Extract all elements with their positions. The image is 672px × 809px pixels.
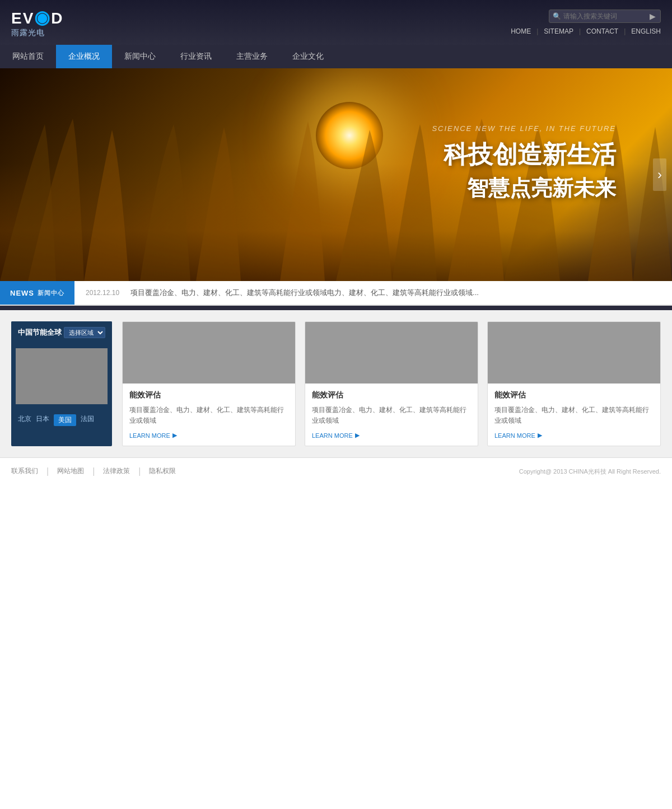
- news-date: 2012.12.10: [86, 289, 119, 297]
- header: EV◉D 雨露光电 🔍 ▶ HOME | SITEMAP | CONTACT |…: [0, 0, 672, 45]
- card-1-body: 能效评估 项目覆盖冶金、电力、建材、化工、建筑等高耗能行业或领域 LEARN M…: [123, 384, 295, 446]
- widget-tags: 北京 日本 美国 法国: [11, 409, 112, 432]
- hero-sub-title: SCIENCE NEW THE LIFE, IN THE FUTURE: [432, 124, 616, 133]
- card-2-title: 能效评估: [312, 390, 471, 400]
- card-3: 能效评估 项目覆盖冶金、电力、建材、化工、建筑等高耗能行业或领域 LEARN M…: [487, 321, 661, 446]
- hero-next-button[interactable]: ›: [653, 158, 666, 191]
- card-1: 能效评估 项目覆盖冶金、电力、建材、化工、建筑等高耗能行业或领域 LEARN M…: [122, 321, 296, 446]
- widget-header: 中国节能全球 选择区域: [11, 321, 112, 344]
- news-bar-content: 2012.12.10 项目覆盖冶金、电力、建材、化工、建筑等高耗能行业或领域电力…: [74, 288, 672, 298]
- search-icon: 🔍: [553, 12, 561, 20]
- footer-link-privacy[interactable]: 隐私权限: [149, 466, 176, 476]
- widget-tag-usa[interactable]: 美国: [54, 414, 76, 426]
- content-section: 中国节能全球 选择区域 北京 日本 美国 法国 能效评估 项目覆盖冶金、电力、建…: [0, 310, 672, 457]
- nav-item-news[interactable]: 新闻中心: [112, 45, 168, 68]
- top-nav-english[interactable]: ENGLISH: [631, 27, 661, 35]
- top-nav: HOME | SITEMAP | CONTACT | ENGLISH: [511, 27, 661, 35]
- card-2-image: [305, 322, 478, 384]
- hero-banner: SCIENCE NEW THE LIFE, IN THE FUTURE 科技创造…: [0, 68, 672, 281]
- widget-tag-beijing[interactable]: 北京: [18, 414, 31, 426]
- left-widget: 中国节能全球 选择区域 北京 日本 美国 法国: [11, 321, 112, 446]
- news-bar: NEWS 新闻中心 2012.12.10 项目覆盖冶金、电力、建材、化工、建筑等…: [0, 281, 672, 306]
- nav-item-overview[interactable]: 企业概况: [56, 45, 112, 68]
- card-2: 能效评估 项目覆盖冶金、电力、建材、化工、建筑等高耗能行业或领域 LEARN M…: [305, 321, 478, 446]
- main-nav: 网站首页 企业概况 新闻中心 行业资讯 主营业务 企业文化: [0, 45, 672, 68]
- footer-sep2: |: [92, 466, 95, 476]
- card-2-desc: 项目覆盖冶金、电力、建材、化工、建筑等高耗能行业或领域: [312, 405, 471, 426]
- logo-area: EV◉D 雨露光电: [11, 7, 64, 38]
- card-1-image: [123, 322, 295, 384]
- widget-tag-japan[interactable]: 日本: [36, 414, 49, 426]
- search-button[interactable]: ▶: [647, 12, 658, 21]
- widget-tag-france[interactable]: 法国: [81, 414, 94, 426]
- white-area-below: [0, 485, 672, 809]
- card-3-title: 能效评估: [494, 390, 654, 400]
- card-2-link[interactable]: LEARN MORE ▶: [312, 432, 471, 439]
- news-text: 项目覆盖冶金、电力、建材、化工、建筑等高耗能行业或领域电力、建材、化工、建筑等高…: [130, 288, 479, 298]
- widget-map-image: [16, 348, 108, 404]
- top-nav-contact[interactable]: CONTACT: [586, 27, 618, 35]
- card-1-desc: 项目覆盖冶金、电力、建材、化工、建筑等高耗能行业或领域: [129, 405, 288, 426]
- nav-item-business[interactable]: 主营业务: [224, 45, 280, 68]
- footer-sep3: |: [138, 466, 141, 476]
- card-3-desc: 项目覆盖冶金、电力、建材、化工、建筑等高耗能行业或领域: [494, 405, 654, 426]
- card-3-body: 能效评估 项目覆盖冶金、电力、建材、化工、建筑等高耗能行业或领域 LEARN M…: [488, 384, 660, 446]
- card-2-body: 能效评估 项目覆盖冶金、电力、建材、化工、建筑等高耗能行业或领域 LEARN M…: [305, 384, 478, 446]
- header-right: 🔍 ▶ HOME | SITEMAP | CONTACT | ENGLISH: [511, 10, 661, 35]
- top-nav-home[interactable]: HOME: [511, 27, 531, 35]
- footer-link-contact[interactable]: 联系我们: [11, 466, 38, 476]
- footer-sep1: |: [46, 466, 49, 476]
- footer-links: 联系我们 | 网站地图 | 法律政策 | 隐私权限: [11, 466, 176, 476]
- card-1-arrow-icon: ▶: [172, 432, 177, 439]
- search-bar[interactable]: 🔍 ▶: [549, 10, 661, 23]
- widget-region-select[interactable]: 选择区域: [64, 327, 105, 338]
- search-input[interactable]: [563, 12, 647, 20]
- sep1: |: [536, 27, 538, 35]
- nav-item-home[interactable]: 网站首页: [0, 45, 56, 68]
- widget-title: 中国节能全球: [18, 328, 62, 338]
- card-1-title: 能效评估: [129, 390, 288, 400]
- logo-brand: EV◉D: [11, 7, 64, 28]
- nav-item-culture[interactable]: 企业文化: [280, 45, 336, 68]
- footer-link-sitemap[interactable]: 网站地图: [57, 466, 84, 476]
- top-nav-sitemap[interactable]: SITEMAP: [544, 27, 573, 35]
- hero-text: SCIENCE NEW THE LIFE, IN THE FUTURE 科技创造…: [432, 124, 616, 203]
- card-2-arrow-icon: ▶: [355, 432, 360, 439]
- footer-copyright: Copyright@ 2013 CHINA光科技 All Right Reser…: [519, 467, 661, 476]
- news-label-sub: 新闻中心: [38, 289, 64, 297]
- hero-main-title-1: 科技创造新生活: [432, 138, 616, 171]
- cards-area: 能效评估 项目覆盖冶金、电力、建材、化工、建筑等高耗能行业或领域 LEARN M…: [122, 321, 661, 446]
- news-label-text: NEWS: [10, 289, 34, 297]
- dark-separator: [0, 306, 672, 310]
- card-1-link[interactable]: LEARN MORE ▶: [129, 432, 288, 439]
- news-bar-label: NEWS 新闻中心: [0, 281, 74, 305]
- logo-sub: 雨露光电: [11, 28, 45, 38]
- footer-link-legal[interactable]: 法律政策: [103, 466, 130, 476]
- footer: 联系我们 | 网站地图 | 法律政策 | 隐私权限 Copyright@ 201…: [0, 457, 672, 485]
- sep3: |: [624, 27, 626, 35]
- sep2: |: [579, 27, 581, 35]
- card-3-arrow-icon: ▶: [538, 432, 542, 439]
- card-3-image: [488, 322, 660, 384]
- nav-item-industry[interactable]: 行业资讯: [168, 45, 224, 68]
- hero-main-title-2: 智慧点亮新未来: [432, 174, 616, 203]
- card-3-link[interactable]: LEARN MORE ▶: [494, 432, 654, 439]
